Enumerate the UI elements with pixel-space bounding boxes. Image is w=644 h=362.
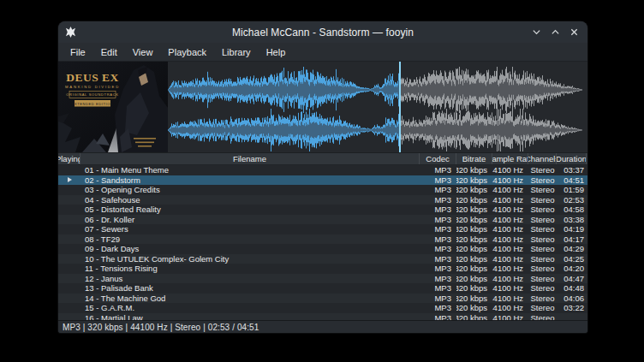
menu-item-help[interactable]: Help [259,45,294,60]
playlist-row[interactable]: 06 - Dr. KollerMP3320 kbps44100 HzStereo… [58,215,587,225]
minimize-icon[interactable] [529,26,543,39]
cell-codec: MP3 [420,215,456,225]
playlist-row[interactable]: 11 - Tensions RisingMP3320 kbps44100 HzS… [58,264,587,274]
playlist-row[interactable]: 15 - G.A.R.M.MP3320 kbps44100 HzStereo03… [58,303,587,313]
cell-filename: 15 - G.A.R.M. [80,303,420,313]
cell-channels: Stereo [528,165,557,175]
playlist-row[interactable]: 03 - Opening CreditsMP3320 kbps44100 HzS… [58,185,587,195]
column-header-filename[interactable]: Filename [80,153,420,164]
maximize-icon[interactable] [548,26,562,39]
playlist-row[interactable]: 05 - Distorted RealityMP3320 kbps44100 H… [58,205,587,215]
waveform-seekbar[interactable] [168,62,587,152]
cell-duration: 04:29 [557,244,587,254]
cell-filename: 13 - Palisade Bank [80,283,420,294]
playlist-row[interactable]: 08 - TF29MP3320 kbps44100 HzStereo04:17 [58,234,587,245]
credits-line [134,138,156,139]
playlist-row[interactable]: 01 - Main Menu ThemeMP3320 kbps44100 HzS… [58,165,587,175]
fooyin-app-icon [65,27,76,38]
credits-line [138,145,152,147]
cell-filename: 07 - Sewers [80,224,420,234]
menubar: FileEditViewPlaybackLibraryHelp [58,43,587,62]
cell-filename: 09 - Dark Days [80,244,420,254]
cell-filename: 08 - TF29 [80,234,420,245]
column-header-bitrate[interactable]: Bitrate [456,153,492,164]
cell-playing [58,215,80,225]
cell-duration [557,313,587,321]
cell-bitrate: 320 kbps [456,303,492,313]
playlist-row[interactable]: 09 - Dark DaysMP3320 kbps44100 HzStereo0… [58,244,587,254]
cell-duration: 04:19 [557,224,587,234]
column-header-sample-rate[interactable]: Sample Rate [492,153,528,164]
cell-bitrate: 320 kbps [456,264,492,274]
playlist-row[interactable]: 12 - JanusMP3320 kbps44100 HzStereo04:47 [58,274,587,284]
column-header-codec[interactable]: Codec [420,153,456,164]
cell-sample-rate: 44100 Hz [492,205,528,215]
playlist-row[interactable]: 16 - Martial LawMP3320 kbps44100 HzStere… [58,313,587,321]
cell-filename: 05 - Distorted Reality [80,205,420,215]
cell-bitrate: 320 kbps [456,283,492,294]
album-art: DEUS EX MANKIND DIVIDED ORIGINAL SOUNDTR… [58,62,168,152]
cell-codec: MP3 [420,254,456,264]
window-title: Michael McCann - Sandstorm — fooyin [58,27,587,39]
menu-item-view[interactable]: View [125,45,161,60]
close-icon[interactable] [567,26,581,39]
cell-filename: 10 - The UTULEK Complex- Golem City [80,254,420,264]
cell-duration: 04:58 [557,205,587,215]
playlist-row[interactable]: 10 - The UTULEK Complex- Golem CityMP332… [58,254,587,264]
cell-channels: Stereo [528,313,557,321]
cell-codec: MP3 [420,264,456,274]
playlist-header: PlayingFilenameCodecBitrateSample RateCh… [58,152,587,165]
cell-codec: MP3 [420,175,456,186]
cell-bitrate: 320 kbps [456,175,492,186]
playlist-row[interactable]: 04 - SafehouseMP3320 kbps44100 HzStereo0… [58,195,587,205]
fooyin-window: Michael McCann - Sandstorm — fooyin File… [58,21,587,333]
menu-item-edit[interactable]: Edit [93,45,125,60]
waveform-canvas[interactable] [168,62,587,152]
cell-duration: 03:38 [557,215,587,225]
cell-duration: 04:25 [557,254,587,264]
cell-channels: Stereo [528,283,557,294]
menu-item-playback[interactable]: Playback [160,45,214,60]
cell-filename: 02 - Sandstorm [80,175,420,186]
cell-codec: MP3 [420,185,456,195]
cell-codec: MP3 [420,234,456,245]
playlist-row[interactable]: 02 - SandstormMP3320 kbps44100 HzStereo0… [58,175,587,186]
column-header-playing[interactable]: Playing [58,153,80,164]
column-header-channels[interactable]: Channels [528,153,557,164]
column-header-duration[interactable]: Duration [557,153,587,164]
cell-channels: Stereo [528,303,557,313]
cell-codec: MP3 [420,165,456,175]
cell-bitrate: 320 kbps [456,244,492,254]
cell-playing [58,254,80,264]
cell-channels: Stereo [528,294,557,304]
cell-playing [58,234,80,245]
cell-channels: Stereo [528,274,557,284]
cell-playing [58,274,80,284]
cell-bitrate: 320 kbps [456,185,492,195]
menu-item-file[interactable]: File [63,45,93,60]
cell-sample-rate: 44100 Hz [492,244,528,254]
titlebar[interactable]: Michael McCann - Sandstorm — fooyin [58,21,587,43]
cell-bitrate: 320 kbps [456,224,492,234]
cell-duration: 04:51 [557,175,587,186]
playlist-row[interactable]: 14 - The Machine GodMP3320 kbps44100 HzS… [58,294,587,304]
playing-indicator-icon [68,177,72,182]
playback-status-text: MP3 | 320 kbps | 44100 Hz | Stereo | 02:… [63,323,259,332]
cell-codec: MP3 [420,303,456,313]
cell-sample-rate: 44100 Hz [492,224,528,234]
playlist-row[interactable]: 07 - SewersMP3320 kbps44100 HzStereo04:1… [58,224,587,234]
cell-bitrate: 320 kbps [456,165,492,175]
cell-playing [58,313,80,321]
cell-duration: 04:06 [557,294,587,304]
cell-filename: 16 - Martial Law [80,313,420,321]
edition-badge-text: EXTENDED EDITION [72,102,114,106]
playlist-row[interactable]: 13 - Palisade BankMP3320 kbps44100 HzSte… [58,283,587,294]
cell-duration: 01:59 [557,185,587,195]
menu-item-library[interactable]: Library [214,45,259,60]
cell-playing [58,294,80,304]
cell-filename: 12 - Janus [80,274,420,284]
cell-sample-rate: 44100 Hz [492,274,528,284]
cell-playing [58,185,80,195]
cell-codec: MP3 [420,195,456,205]
cell-bitrate: 320 kbps [456,195,492,205]
